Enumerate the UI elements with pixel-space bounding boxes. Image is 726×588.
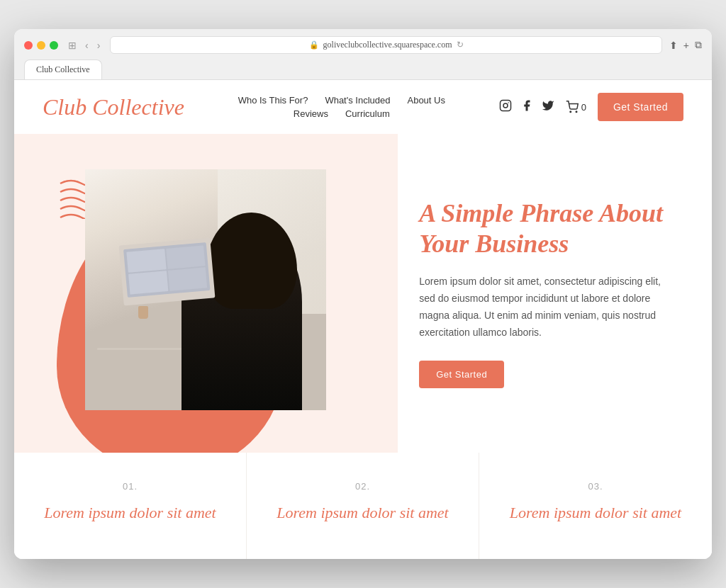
facebook-icon[interactable] [520,99,533,115]
back-button[interactable] [82,38,91,52]
hero-right: A Simple Phrase About Your Business Lore… [398,134,712,453]
browser-chrome: ⊞ 🔒 goliveclubcollective.squarespace.com… [14,29,712,80]
svg-point-3 [570,111,571,113]
url-text: goliveclubcollective.squarespace.com [323,40,452,50]
social-icons [499,99,554,115]
reload-icon[interactable]: ↻ [457,40,464,50]
hero-get-started-button[interactable]: Get Started [419,361,504,388]
share-button[interactable] [669,40,678,51]
cart-icon[interactable]: 0 [566,101,586,113]
new-tab-button[interactable] [683,40,689,51]
site-nav: Who Is This For? What's Included About U… [238,95,445,119]
address-bar-row: 🔒 goliveclubcollective.squarespace.com ↻ [110,36,661,54]
feature-title-3: Lorem ipsum dolor sit amet [508,503,683,524]
nav-whats-included[interactable]: What's Included [325,95,390,106]
nav-row-1: Who Is This For? What's Included About U… [238,95,445,106]
close-button[interactable] [24,41,33,50]
traffic-lights [24,41,58,50]
nav-row-2: Reviews Curriculum [294,108,390,119]
address-bar[interactable]: 🔒 goliveclubcollective.squarespace.com ↻ [110,36,661,54]
cart-count: 0 [581,102,586,113]
nav-about-us[interactable]: About Us [407,95,445,106]
nav-reviews[interactable]: Reviews [294,108,328,119]
website: Club Collective Who Is This For? What's … [14,80,712,559]
instagram-icon[interactable] [499,99,512,115]
active-tab[interactable]: Club Collective [24,60,102,79]
browser-tabs: Club Collective [24,60,702,79]
browser-window: ⊞ 🔒 goliveclubcollective.squarespace.com… [14,29,712,559]
site-header: Club Collective Who Is This For? What's … [14,80,712,134]
hero-photo [85,169,326,410]
copy-button[interactable] [695,39,702,51]
nav-who-is-this-for[interactable]: Who Is This For? [238,95,308,106]
header-right: 0 Get Started [499,93,683,121]
tab-label: Club Collective [36,64,90,74]
feature-item-2: 02. Lorem ipsum dolor sit amet [247,453,479,559]
hero-body-text: Lorem ipsum dolor sit amet, consectetur … [419,273,676,341]
lock-icon: 🔒 [309,40,319,50]
site-logo[interactable]: Club Collective [43,94,184,120]
feature-number-1: 01. [43,481,218,492]
feature-title-1: Lorem ipsum dolor sit amet [43,503,218,524]
feature-item-1: 01. Lorem ipsum dolor sit amet [14,453,247,559]
hero-headline: A Simple Phrase About Your Business [419,198,676,259]
minimize-button[interactable] [37,41,45,50]
hero-left [14,134,398,453]
nav-curriculum[interactable]: Curriculum [345,108,390,119]
feature-item-3: 03. Lorem ipsum dolor sit amet [479,453,712,559]
maximize-button[interactable] [50,41,58,50]
browser-actions [669,39,702,51]
sidebar-toggle-button[interactable]: ⊞ [65,38,79,52]
feature-title-2: Lorem ipsum dolor sit amet [275,503,450,524]
svg-point-2 [508,102,509,103]
header-get-started-button[interactable]: Get Started [598,93,683,121]
features-section: 01. Lorem ipsum dolor sit amet 02. Lorem… [14,453,712,559]
hero-section: A Simple Phrase About Your Business Lore… [14,134,712,453]
twitter-icon[interactable] [542,99,554,115]
feature-number-3: 03. [508,481,683,492]
svg-point-1 [503,103,508,108]
forward-button[interactable] [94,38,104,52]
feature-number-2: 02. [275,481,450,492]
svg-point-4 [576,111,577,113]
svg-rect-0 [500,101,510,111]
